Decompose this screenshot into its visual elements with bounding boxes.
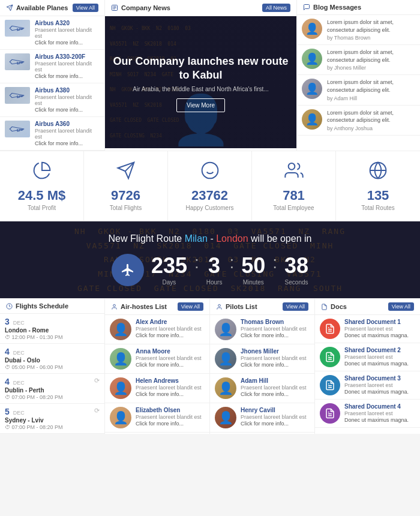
doc-sub: Donec ut maximus magna.	[344, 361, 409, 367]
hostesses-view-all[interactable]: View All	[178, 302, 203, 311]
plane-link[interactable]: Click for more info...	[35, 107, 100, 113]
pilot-link[interactable]: Click for more info...	[241, 362, 307, 368]
stat-employee-icon	[284, 161, 304, 184]
docs-view-all[interactable]: View All	[388, 302, 414, 311]
blog-item: 👤 Lorem ipsum dolor sit amet, consectetu…	[297, 75, 420, 105]
doc-type-icon	[320, 375, 340, 395]
plane-icon	[6, 4, 13, 11]
pilot-link[interactable]: Click for more info...	[241, 391, 307, 397]
flight-status-icon: ⟳	[94, 407, 100, 415]
flight-date-block: 4 DEC	[5, 377, 25, 386]
flight-item: 3 DEC London - Rome ⏱ 12:00 PM - 01:30 P…	[0, 314, 104, 344]
docs-title: Docs	[321, 303, 347, 310]
docs-list: Shared Document 1 Praesent laoreet est D…	[315, 315, 420, 428]
stat-customers-label: Happy Customers	[185, 205, 233, 211]
countdown-hours: 3	[206, 255, 223, 277]
doc-sub: Donec ut maximus magna.	[344, 389, 409, 395]
pilot-avatar: 👤	[215, 407, 236, 428]
blog-icon	[303, 4, 310, 11]
news-section: Company News All News NH GKOK - BKK N2 0…	[105, 0, 297, 151]
hostess-desc: Praesent laoreet blandit est	[136, 326, 202, 332]
blog-list: 👤 Lorem ipsum dolor sit amet, consectetu…	[297, 15, 420, 136]
doc-desc: Praesent laoreet est	[344, 382, 409, 388]
pilot-desc: Praesent laoreet blandit est	[241, 385, 307, 391]
docs-header: Docs View All	[315, 299, 420, 315]
stat-routes: 135 Total Routes	[336, 151, 420, 221]
blog-content: Lorem ipsum dolor sit amet, consectetur …	[327, 49, 415, 71]
bottom-grid: Flights Schedule 3 DEC London - Rome ⏱ 1…	[0, 298, 420, 434]
stat-employee-value: 781	[283, 188, 305, 203]
news-section-title: Company News	[121, 4, 170, 11]
pie-chart-icon	[32, 161, 52, 180]
plane-link[interactable]: Click for more info...	[35, 140, 100, 146]
planes-section: Available Planes View All Airbus A320 Pr…	[0, 0, 105, 151]
doc-name: Shared Document 4	[344, 403, 409, 410]
stat-profit: 24.5 M$ Total Profit	[0, 151, 84, 221]
countdown-hours-unit: 3 Hours	[206, 255, 223, 286]
news-view-more-btn[interactable]: View More	[176, 98, 225, 112]
pilot-link[interactable]: Click for more info...	[241, 332, 307, 338]
hostess-item: 👤 Anna Moore Praesent laoreet blandit es…	[105, 344, 209, 374]
hostess-info: Anna Moore Praesent laoreet blandit est …	[136, 348, 202, 368]
blog-text: Lorem ipsum dolor sit amet, consectetur …	[327, 49, 415, 64]
doc-sub: Donec ut maximus magna.	[344, 417, 409, 423]
news-banner-sub: Air Arabia, the Middle East and North Af…	[111, 86, 290, 92]
countdown-minutes-label: Minutes	[241, 279, 265, 286]
hostess-link[interactable]: Click for more info...	[136, 362, 202, 368]
stat-profit-icon	[32, 161, 52, 184]
doc-item: Shared Document 2 Praesent laoreet est D…	[315, 343, 420, 371]
hostess-link[interactable]: Click for more info...	[136, 421, 202, 427]
planes-list: Airbus A320 Praesent laoreet blandit est…	[0, 16, 104, 151]
hostess-link[interactable]: Click for more info...	[136, 332, 202, 338]
pilot-link[interactable]: Click for more info...	[241, 421, 307, 427]
doc-info: Shared Document 2 Praesent laoreet est D…	[344, 347, 409, 367]
stat-profit-value: 24.5 M$	[18, 188, 66, 203]
flights-icon	[116, 161, 136, 180]
countdown-city1: Milan	[185, 233, 208, 244]
countdown-days-label: Days	[151, 279, 187, 286]
plane-thumbnail	[5, 87, 30, 104]
hostess-desc: Praesent laoreet blandit est	[136, 414, 202, 420]
pilots-view-all[interactable]: View All	[283, 302, 308, 311]
doc-name: Shared Document 3	[344, 375, 409, 382]
flight-route: Dubai - Oslo	[5, 357, 100, 364]
countdown-colon-1: :	[194, 253, 199, 272]
docs-section: Docs View All Shared Document 1 Praesent…	[315, 299, 420, 434]
flights-header: Flights Schedule	[0, 299, 104, 314]
avatar-icon: 👤	[302, 109, 322, 130]
blog-text: Lorem ipsum dolor sit amet, consectetur …	[327, 79, 415, 94]
countdown-section: NH GKOK - BKK N2 0180 03 VA5571 NZ RANG …	[0, 221, 420, 298]
blog-item: 👤 Lorem ipsum dolor sit amet, consectetu…	[297, 45, 420, 75]
hostess-avatar: 👤	[110, 407, 131, 428]
hostesses-title: Air-hostes List	[111, 303, 167, 310]
svg-point-10	[113, 304, 116, 307]
flight-date: 4	[5, 347, 10, 356]
pilot-avatar: 👤	[215, 348, 236, 370]
docs-section-title: Docs	[331, 303, 347, 310]
svg-point-6	[288, 163, 295, 170]
plane-link[interactable]: Click for more info...	[35, 40, 100, 46]
doc-item: Shared Document 1 Praesent laoreet est D…	[315, 315, 420, 343]
stats-row: 24.5 M$ Total Profit 9726 Total Flights …	[0, 151, 420, 221]
flight-route: Dublin - Perth	[5, 387, 100, 394]
hostess-link[interactable]: Click for more info...	[136, 391, 202, 397]
plane-desc: Praesent laoreet blandit est	[35, 61, 100, 73]
plane-name: Airbus A360	[35, 121, 100, 127]
blog-text: Lorem ipsum dolor sit amet, consectetur …	[327, 19, 415, 34]
avatar-icon: 👤	[302, 79, 322, 99]
hostess-item: 👤 Alex Andre Praesent laoreet blandit es…	[105, 315, 209, 344]
flight-row: 4 DEC ⟳	[5, 377, 100, 386]
planes-header: Available Planes View All	[0, 0, 104, 16]
planes-view-all[interactable]: View All	[73, 4, 98, 12]
plane-link[interactable]: Click for more info...	[35, 73, 100, 79]
plane-item[interactable]: Airbus A380 Praesent laoreet blandit est…	[0, 83, 104, 117]
plane-name: Airbus A320	[35, 20, 100, 26]
stat-customers: 23762 Happy Customers	[168, 151, 252, 221]
news-view-all[interactable]: All News	[262, 4, 290, 12]
doc-info: Shared Document 4 Praesent laoreet est D…	[344, 403, 409, 423]
plane-item[interactable]: Airbus A330-200F Praesent laoreet blandi…	[0, 50, 104, 83]
plane-item[interactable]: Airbus A360 Praesent laoreet blandit est…	[0, 117, 104, 151]
pilot-name: Adam Hill	[241, 377, 307, 384]
news-icon	[111, 4, 118, 11]
plane-item[interactable]: Airbus A320 Praesent laoreet blandit est…	[0, 16, 104, 50]
